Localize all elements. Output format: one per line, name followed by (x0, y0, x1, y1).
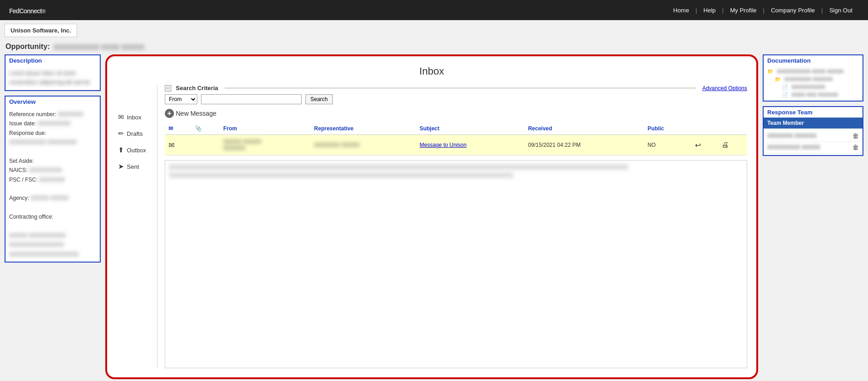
opportunity-name: XXXXXXXXXX XXXX XXXXX (54, 43, 144, 51)
plus-icon: + (165, 109, 174, 118)
field-address: XXXXX XXXXXXXXXXXXXXXXXXXXXXXXXXXXXXXXXX… (9, 231, 96, 259)
collapse-button[interactable]: − (165, 85, 171, 91)
doc-tree: 📁 XXXXXXXXXX XXXX XXXXX 📁 XXXXXXXX XXXXX… (767, 68, 859, 99)
sent-icon: ➤ (118, 162, 124, 171)
overview-content: Reference number: XXXXXXX Issue date: XX… (5, 107, 100, 262)
team-member-column-header: Team Member (764, 118, 863, 129)
opportunity-label: Opportunity: (5, 43, 50, 51)
nav-inbox[interactable]: ✉ Inbox (116, 112, 153, 122)
team-member-1-name: XXXXXXX XXXXXX (767, 133, 852, 139)
remove-member-2-button[interactable]: 🗑 (852, 144, 859, 151)
document-icon-1: 📄 (782, 84, 788, 90)
search-from-select[interactable]: From To Subject (165, 94, 197, 104)
remove-member-1-button[interactable]: 🗑 (852, 132, 859, 140)
row-print[interactable]: 🖨 (718, 135, 747, 156)
row-from: XXXXX XXXXXXXXXXX (220, 135, 310, 156)
document-icon-2: 📄 (782, 92, 788, 97)
nav-my-profile[interactable]: My Profile (724, 7, 763, 14)
col-from: From (220, 123, 310, 135)
team-member-2-name: XXXXXXXXX XXXXX (767, 144, 852, 150)
inbox-panel: Inbox ✉ Inbox ✏ Drafts ⬆ Outbox ➤ Sen (105, 54, 758, 379)
mail-icon: ✉ (118, 113, 124, 121)
new-message-button[interactable]: + New Message (165, 109, 217, 118)
search-criteria-label: Search Criteria (176, 85, 218, 91)
field-psc-fsc: PSC / FSC: XXXXXXX (9, 175, 96, 184)
search-row: From To Subject Search (165, 94, 747, 104)
nav-company-profile[interactable]: Company Profile (765, 7, 821, 14)
brand-name: FedConnect (9, 7, 42, 15)
main-layout: Description Lorem ipsum dolor sit amet c… (0, 54, 868, 381)
table-body: ✉ XXXXX XXXXXXXXXXX XXXXXXX XXXXX Messag… (165, 135, 747, 156)
nav-outbox-label: Outbox (127, 147, 146, 154)
row-reply[interactable]: ↩ (691, 135, 718, 156)
field-response-due: Response due: XXXXXXXXXX XXXXXXXX (9, 129, 96, 147)
team-member-row-1: XXXXXXX XXXXXX 🗑 (765, 130, 861, 142)
search-button[interactable]: Search (305, 94, 333, 104)
messages-table: ✉ 📎 From Representative Subject Received… (165, 123, 747, 156)
opportunity-header: Opportunity: XXXXXXXXXX XXXX XXXXX (0, 41, 868, 54)
response-team-section: Response Team Team Member XXXXXXX XXXXXX… (763, 106, 863, 156)
doc-file-2: 📄 XXXX XXX XXXXXX (767, 91, 859, 99)
doc-folder-2: 📁 XXXXXXXX XXXXXX (767, 75, 859, 83)
advanced-options-link[interactable]: Advanced Options (702, 85, 747, 91)
team-content: XXXXXXX XXXXXX 🗑 XXXXXXXXX XXXXX 🗑 (764, 129, 863, 155)
table-row: ✉ XXXXX XXXXXXXXXXX XXXXXXX XXXXX Messag… (165, 135, 747, 156)
row-mail-icon: ✉ (165, 135, 191, 156)
team-member-row-2: XXXXXXXXX XXXXX 🗑 (765, 142, 861, 153)
company-name-bar: Unison Software, Inc. (5, 24, 77, 37)
message-subject-link[interactable]: Message to Unison (419, 142, 467, 148)
nav-home[interactable]: Home (667, 7, 696, 14)
new-message-label: New Message (176, 110, 217, 117)
nav-help[interactable]: Help (697, 7, 722, 14)
field-set-aside: Set Aside: (9, 156, 96, 166)
top-navigation: FedConnect® Home | Help | My Profile | C… (0, 0, 868, 20)
nav-inbox-label: Inbox (127, 114, 141, 121)
doc-folder-1-label: XXXXXXXXXX XXXX XXXXX (777, 69, 844, 74)
col-subject: Subject (416, 123, 524, 135)
drafts-icon: ✏ (118, 129, 124, 138)
description-text: Lorem ipsum dolor sit amet consectetur a… (9, 69, 96, 87)
doc-file-2-label: XXXX XXX XXXXXX (792, 92, 838, 97)
description-content: Lorem ipsum dolor sit amet consectetur a… (5, 66, 100, 90)
response-team-title: Response Team (764, 107, 863, 118)
inbox-title: Inbox (116, 65, 747, 77)
field-contracting-office: Contracting office: (9, 212, 96, 221)
nav-sign-out[interactable]: Sign Out (823, 7, 859, 14)
print-icon[interactable]: 🖨 (722, 141, 729, 149)
row-public: NO (644, 135, 691, 156)
company-name: Unison Software, Inc. (11, 27, 71, 34)
row-subject: Message to Unison (416, 135, 524, 156)
col-public: Public (644, 123, 691, 135)
nav-drafts[interactable]: ✏ Drafts (116, 129, 153, 139)
field-issue-date: Issue date: XXXXXXXXX (9, 119, 96, 128)
reply-icon[interactable]: ↩ (695, 141, 701, 149)
overview-title: Overview (5, 97, 100, 107)
unread-mail-icon: ✉ (168, 141, 174, 149)
nav-outbox[interactable]: ⬆ Outbox (116, 145, 153, 155)
description-section: Description Lorem ipsum dolor sit amet c… (5, 54, 101, 91)
doc-folder-1: 📁 XXXXXXXXXX XXXX XXXXX (767, 68, 859, 75)
right-panel: Documentation 📁 XXXXXXXXXX XXXX XXXXX 📁 … (763, 54, 863, 379)
top-nav-links: Home | Help | My Profile | Company Profi… (667, 7, 859, 14)
row-representative: XXXXXXX XXXXX (310, 135, 416, 156)
outbox-icon: ⬆ (118, 146, 124, 154)
search-text-input[interactable] (201, 94, 302, 104)
field-reference: Reference number: XXXXXXX (9, 110, 96, 119)
table-header: ✉ 📎 From Representative Subject Received… (165, 123, 747, 135)
field-naics: NAICS: XXXXXXXXX (9, 166, 96, 175)
overview-section: Overview Reference number: XXXXXXX Issue… (5, 96, 101, 263)
documentation-section: Documentation 📁 XXXXXXXXXX XXXX XXXXX 📁 … (763, 54, 863, 102)
mail-header-icon: ✉ (168, 125, 173, 132)
documentation-title: Documentation (764, 55, 863, 66)
folder-icon-2: 📁 (775, 76, 781, 82)
description-title: Description (5, 55, 100, 66)
doc-file-1: 📄 XXXXXXXXXX (767, 83, 859, 91)
col-received: Received (524, 123, 644, 135)
inbox-nav: ✉ Inbox ✏ Drafts ⬆ Outbox ➤ Sent (116, 85, 157, 368)
search-criteria-section: − Search Criteria Advanced Options From … (165, 85, 747, 104)
brand-trademark: ® (42, 8, 45, 15)
col-print (718, 123, 747, 135)
doc-file-1-label: XXXXXXXXXX (792, 84, 825, 90)
nav-sent[interactable]: ➤ Sent (116, 161, 153, 172)
col-representative: Representative (310, 123, 416, 135)
